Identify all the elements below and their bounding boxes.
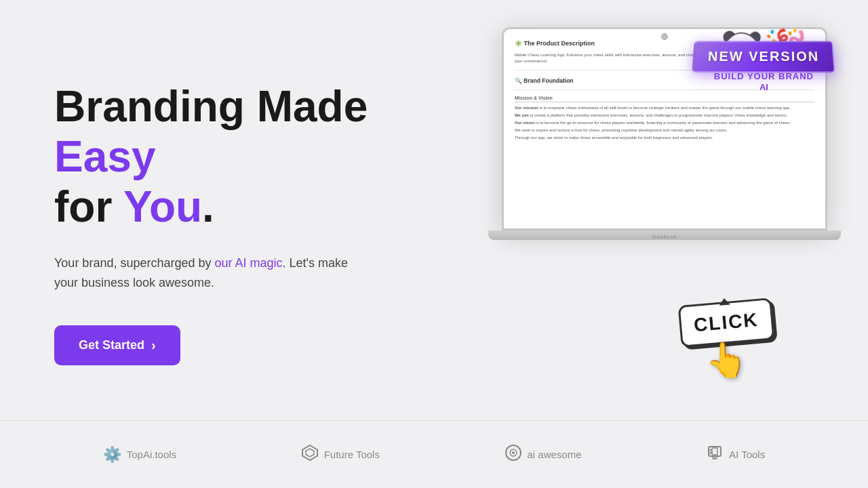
screen-inspire: We seek to inspire and nurture a love fo… — [515, 127, 814, 134]
aitools-label: AI Tools — [729, 449, 765, 460]
brand-name: BUILD YOUR BRAND — [714, 71, 814, 82]
svg-point-4 — [512, 451, 515, 454]
laptop-base — [488, 230, 841, 240]
footer-topai: ⚙️ TopAi.tools — [103, 446, 176, 464]
svg-marker-1 — [306, 449, 314, 457]
footer-aiawesome: ai awesome — [505, 444, 582, 466]
main-content: Branding Made Easy for You. Your brand, … — [0, 0, 868, 420]
aiawesome-icon — [505, 444, 522, 466]
headline-end: . — [202, 182, 214, 231]
screen-vision: Our vision is to become the go-to resour… — [515, 120, 814, 126]
screen-strive: Through our app, we strive to make chess… — [515, 135, 814, 141]
brand-ai: AI — [714, 82, 814, 92]
arrow-icon: › — [151, 338, 156, 353]
screen-tag: Mission & Vision — [515, 96, 814, 102]
screen-aim: We aim to create a platform that provide… — [515, 113, 814, 119]
footer-aitools: AI Tools — [706, 444, 765, 466]
cta-label: Get Started — [79, 338, 144, 352]
headline: Branding Made Easy for You. — [54, 82, 434, 232]
footer: ⚙️ TopAi.tools Future Tools ai awesome — [0, 420, 868, 488]
svg-point-8 — [710, 451, 712, 453]
screen-mission: Our mission is to empower chess enthusia… — [515, 105, 814, 111]
topai-label: TopAi.tools — [127, 449, 176, 460]
left-section: Branding Made Easy for You. Your brand, … — [54, 55, 434, 365]
headline-part2: for — [54, 182, 123, 231]
right-section: NEW VERSION ✳️ The Product Description M… — [434, 0, 814, 420]
get-started-button[interactable]: Get Started › — [54, 325, 180, 365]
headline-part1: Branding Made — [54, 82, 368, 131]
click-badge: CLICK 👆 — [679, 302, 773, 380]
svg-point-7 — [710, 449, 712, 451]
subtext: Your brand, supercharged by our AI magic… — [54, 253, 366, 293]
aitools-icon — [706, 444, 724, 466]
cursor-icon: 👆 — [679, 340, 773, 380]
footer-futuretools: Future Tools — [301, 444, 380, 466]
subtext-link: our AI magic — [215, 256, 283, 270]
subtext-part1: Your brand, supercharged by — [54, 256, 215, 270]
aiawesome-label: ai awesome — [528, 449, 582, 460]
svg-rect-6 — [712, 448, 717, 455]
new-version-badge: NEW VERSION — [692, 41, 835, 73]
topai-icon: ⚙️ — [103, 446, 121, 464]
futuretools-icon — [301, 444, 319, 466]
headline-highlight-you: You — [123, 182, 202, 231]
laptop-notch — [661, 33, 668, 40]
svg-marker-0 — [302, 445, 317, 460]
futuretools-label: Future Tools — [324, 449, 380, 460]
headline-highlight-easy: Easy — [54, 132, 155, 181]
